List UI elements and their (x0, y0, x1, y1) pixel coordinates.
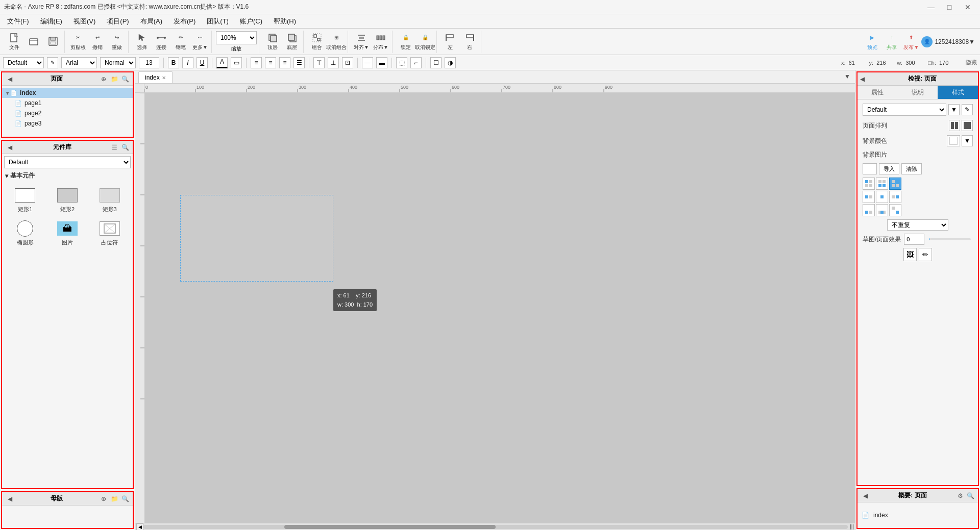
bg-pos-br[interactable] (889, 204, 901, 216)
text-bg-button[interactable]: ▭ (231, 57, 242, 68)
font-select[interactable]: Arial (61, 57, 97, 68)
opacity-button[interactable]: ◑ (445, 57, 456, 68)
align-right-button[interactable]: ≡ (279, 57, 290, 68)
toolbar-unlock-button[interactable]: 🔓 取消锁定 (416, 32, 434, 52)
menu-account[interactable]: 账户(C) (235, 15, 267, 28)
border-style-button[interactable]: ⬚ (396, 57, 407, 68)
text-style-select[interactable]: Normal (100, 57, 136, 68)
canvas-scroll[interactable]: x: 61 y: 216 w: 300 h: 170 (144, 93, 855, 523)
valign-mid-button[interactable]: ⊥ (328, 57, 339, 68)
bg-pos-tl[interactable] (863, 178, 875, 190)
masterpages-folder-button[interactable]: 📁 (110, 494, 119, 503)
align-justify-button[interactable]: ☰ (293, 57, 305, 68)
tree-item-index[interactable]: ▾ 📄 index (2, 88, 133, 98)
pages-search-button[interactable]: 🔍 (120, 74, 130, 84)
toolbar-distribute-button[interactable]: 分布▼ (372, 32, 390, 52)
close-button[interactable]: ✕ (960, 2, 976, 12)
italic-button[interactable]: I (182, 57, 193, 68)
bg-pos-ml[interactable] (863, 191, 875, 203)
bg-pos-mr[interactable] (889, 191, 901, 203)
effect-img-btn2[interactable]: ✏ (919, 248, 932, 261)
toolbar-new-button[interactable]: 文件 (5, 32, 23, 52)
overview-search-button[interactable]: 🔍 (966, 491, 975, 500)
valign-top-button[interactable]: ⊤ (313, 57, 325, 68)
valign-bot-button[interactable]: ⊡ (342, 57, 353, 68)
toolbar-toplayer-button[interactable]: 顶层 (263, 32, 282, 52)
bg-pos-mc[interactable] (876, 191, 888, 203)
underline-button[interactable]: U (197, 57, 208, 68)
component-image[interactable]: 图片 (47, 217, 88, 248)
toolbar-pen-button[interactable]: ✏ 钢笔 (172, 32, 190, 52)
masterpages-collapse-button[interactable]: ◀ (5, 494, 14, 503)
page-style-select[interactable]: Default (863, 104, 946, 116)
toolbar-save-button[interactable] (44, 32, 62, 52)
toolbar-open-button[interactable] (24, 32, 43, 52)
toolbar-right-button[interactable]: 右 (460, 32, 479, 52)
align-center-button[interactable]: ≡ (265, 57, 276, 68)
component-rect3[interactable]: 矩形3 (89, 184, 130, 215)
shadow-button[interactable]: ☐ (430, 57, 442, 68)
menu-edit[interactable]: 编辑(E) (35, 15, 67, 28)
menu-file[interactable]: 文件(F) (2, 15, 34, 28)
toolbar-bottomlayer-button[interactable]: 底层 (283, 32, 301, 52)
align-left-button[interactable]: ≡ (251, 57, 262, 68)
pages-folder-button[interactable]: 📁 (110, 74, 119, 84)
toolbar-redo-button[interactable]: ↪ 重做 (108, 32, 126, 52)
inspector-collapse-button[interactable]: ◀ (857, 74, 867, 84)
toolbar-align-button[interactable]: 对齐▼ (352, 32, 371, 52)
toolbar-more-button[interactable]: ⋯ 更多▼ (191, 32, 209, 52)
inspector-tab-attr[interactable]: 属性 (857, 86, 898, 99)
menu-view[interactable]: 视图(V) (68, 15, 101, 28)
bg-pos-tr[interactable] (889, 178, 901, 190)
font-size-input[interactable] (139, 57, 159, 68)
bg-repeat-select[interactable]: 不重复 重复 水平重复 垂直重复 (887, 219, 948, 231)
pages-collapse-button[interactable]: ◀ (5, 74, 14, 84)
toolbar-cut-button[interactable]: ✂ 剪贴板 (69, 32, 87, 52)
toolbar-publish-button[interactable]: ⬆ 发布▼ (902, 32, 920, 52)
canvas-tab-arrow[interactable]: ▼ (843, 72, 852, 81)
toolbar-group-button[interactable]: 组合 (308, 32, 326, 52)
effect-input[interactable] (904, 234, 924, 245)
canvas-drawn-rect[interactable] (180, 195, 333, 282)
bg-import-button[interactable]: 导入 (879, 163, 899, 174)
zoom-select[interactable]: 100% 50% 75% 150% 200% (216, 31, 257, 44)
toolbar-left-button[interactable]: 左 (441, 32, 459, 52)
font-color-button[interactable]: A (216, 57, 228, 68)
style-down-button[interactable]: ▼ (948, 104, 960, 115)
scrollbar-thumb-h[interactable] (284, 525, 496, 529)
menu-team[interactable]: 团队(T) (202, 15, 234, 28)
menu-project[interactable]: 项目(P) (102, 15, 134, 28)
component-library-select[interactable]: Default (4, 156, 131, 168)
canvas-tab-index[interactable]: index ✕ (138, 71, 173, 83)
style-select[interactable]: Default (3, 57, 44, 68)
masterpages-search-button[interactable]: 🔍 (120, 494, 130, 503)
components-menu-button[interactable]: ☰ (110, 143, 119, 152)
overview-collapse-button[interactable]: ◀ (861, 491, 870, 500)
style-edit-button[interactable]: ✎ (962, 104, 973, 115)
overview-filter-button[interactable]: ⚙ (955, 491, 965, 500)
menu-publish[interactable]: 发布(P) (168, 15, 201, 28)
layout-btn1[interactable] (949, 120, 960, 131)
components-search-button[interactable]: 🔍 (120, 143, 130, 152)
canvas-scrollbar-horizontal[interactable]: ◀ ||| (135, 523, 855, 530)
toolbar-lock-button[interactable]: 🔒 锁定 (397, 32, 415, 52)
fill-color-button[interactable]: ▬ (376, 57, 387, 68)
toolbar-share-button[interactable]: ↑ 共享 (883, 32, 901, 52)
scrollbar-left-button[interactable]: ◀ (136, 523, 143, 531)
toolbar-connect-button[interactable]: 连接 (152, 32, 170, 52)
component-rect1[interactable]: 矩形1 (5, 184, 45, 215)
maximize-button[interactable]: □ (941, 2, 958, 12)
component-rect2[interactable]: 矩形2 (47, 184, 88, 215)
user-info[interactable]: 👤 1252418308▼ (921, 36, 975, 47)
effect-img-btn1[interactable]: 🖼 (903, 248, 917, 261)
tab-close-icon[interactable]: ✕ (162, 75, 166, 81)
bg-color-swatch[interactable] (947, 135, 960, 146)
bold-button[interactable]: B (168, 57, 179, 68)
minimize-button[interactable]: — (923, 2, 939, 12)
bg-pos-bc[interactable] (876, 204, 888, 216)
bg-pos-tc[interactable] (876, 178, 888, 190)
style-edit-button[interactable]: ✎ (47, 57, 58, 68)
component-circle[interactable]: 椭圆形 (5, 217, 45, 248)
inspector-tab-notes[interactable]: 说明 (898, 86, 938, 99)
toolbar-preview-button[interactable]: ▶ 预览 (863, 32, 881, 52)
